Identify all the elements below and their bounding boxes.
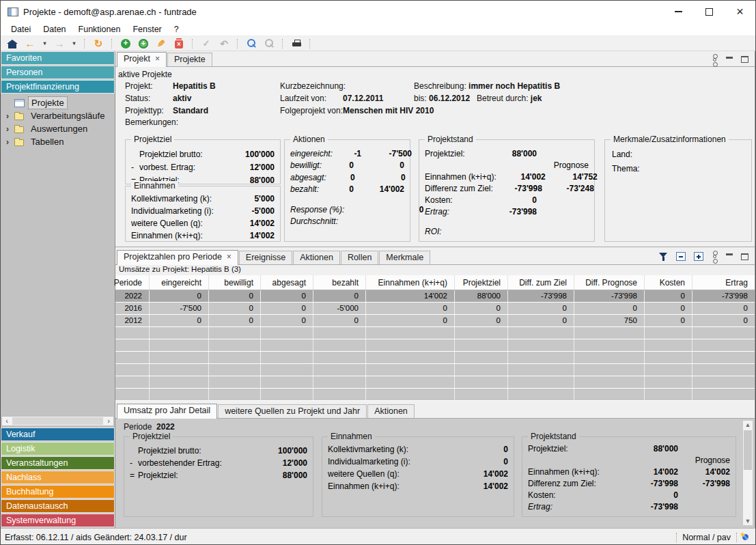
tab[interactable]: Rollen: [341, 251, 378, 264]
panel-maximize-icon[interactable]: [741, 56, 748, 63]
column-header[interactable]: Diff. Prognose: [574, 275, 645, 290]
column-header[interactable]: Kosten: [645, 275, 692, 290]
column-header[interactable]: bezahlt: [313, 275, 366, 290]
menu-item[interactable]: Daten: [37, 25, 72, 34]
panel-maximize-icon[interactable]: [741, 253, 748, 260]
table-row[interactable]: 2016-7'50000-5'000000000: [115, 303, 755, 315]
table-row[interactable]: 2012000000075000: [115, 315, 755, 327]
column-header[interactable]: abgesagt: [261, 275, 313, 290]
panel-minimize-icon[interactable]: [726, 57, 733, 59]
column-header[interactable]: Projektziel: [455, 275, 508, 290]
tree-item[interactable]: Verarbeitungsläufe: [1, 109, 115, 122]
back-button[interactable]: ←: [24, 38, 36, 50]
expand-chevron-icon[interactable]: [6, 126, 14, 132]
column-header[interactable]: Ertrag: [692, 275, 755, 290]
table-row-empty[interactable]: [115, 352, 755, 364]
print-button[interactable]: [290, 38, 303, 50]
sidebar-section-header[interactable]: Favoriten: [1, 51, 115, 65]
collapse-icon[interactable]: [676, 252, 686, 261]
refresh-icon: ↻: [94, 38, 103, 50]
confirm-button[interactable]: ✓: [200, 38, 212, 50]
undo-button[interactable]: ↶: [218, 38, 230, 50]
home-button[interactable]: [6, 38, 18, 50]
search-button[interactable]: [245, 38, 257, 50]
forward-history-button[interactable]: ▾: [71, 38, 77, 50]
sidebar-horizontal-scrollbar[interactable]: ‹ ›: [1, 416, 114, 426]
column-header[interactable]: bewilligt: [209, 275, 261, 290]
expand-icon[interactable]: [694, 252, 703, 261]
settings-gear-icon[interactable]: [742, 534, 748, 540]
tab[interactable]: Aktionen: [293, 251, 340, 264]
sidebar-section-header[interactable]: Veranstaltungen: [1, 456, 115, 470]
tab[interactable]: Ereignisse: [239, 251, 292, 264]
detail-vertical-scrollbar[interactable]: ▲ ▼: [742, 420, 753, 526]
row-count: 0: [326, 173, 355, 182]
scrollbar-thumb[interactable]: [744, 430, 752, 470]
sidebar-section-header[interactable]: Systemverwaltung: [1, 514, 115, 527]
table-row-empty[interactable]: [115, 339, 755, 352]
panel-minimize-icon[interactable]: [726, 253, 733, 255]
tree-item[interactable]: Auswertungen: [1, 122, 115, 135]
column-header[interactable]: eingereicht: [150, 275, 209, 290]
kebab-menu-icon[interactable]: [713, 58, 716, 61]
sidebar-section-header[interactable]: Buchhaltung: [1, 485, 115, 499]
sidebar-section-header[interactable]: Projektfinanzierung: [1, 80, 115, 94]
tab[interactable]: Aktionen: [367, 404, 415, 418]
sidebar-section-header[interactable]: Datenaustausch: [1, 499, 115, 513]
menu-item[interactable]: Funktionen: [72, 25, 127, 34]
sidebar-section-header[interactable]: Logistik: [1, 442, 115, 456]
edit-button[interactable]: ✎: [155, 38, 167, 50]
column-header[interactable]: Diff. zum Ziel: [508, 275, 574, 290]
scroll-up-icon[interactable]: ▲: [743, 421, 753, 428]
menu-item[interactable]: Fenster: [126, 25, 167, 34]
expand-chevron-icon[interactable]: [6, 113, 14, 120]
tab[interactable]: weitere Quellen zu Projekt und Jahr: [218, 404, 367, 418]
table-row[interactable]: 2022000014'00288'000-73'998-73'9980-73'9…: [115, 290, 755, 303]
tab[interactable]: Umsatz pro Jahr Detail: [117, 404, 217, 419]
add-button[interactable]: +: [120, 38, 132, 50]
tab-close-icon[interactable]: [155, 55, 160, 62]
projektstand-row: Differenz zum Ziel:-73'998-73'248: [425, 182, 589, 194]
table-cell: [692, 389, 755, 400]
tree-item[interactable]: Tabellen: [1, 135, 115, 148]
tree-item[interactable]: Projekte: [1, 96, 115, 109]
sidebar-section-header[interactable]: Personen: [1, 66, 115, 79]
sidebar-section-header[interactable]: Nachlass: [1, 471, 115, 484]
maximize-button[interactable]: [694, 1, 725, 23]
periode-label: Periode: [124, 422, 152, 432]
scroll-down-icon[interactable]: ▼: [743, 518, 753, 525]
tab-label: Merkmale: [386, 253, 423, 262]
scroll-right-icon[interactable]: ›: [104, 417, 113, 425]
kebab-menu-icon[interactable]: [713, 255, 716, 258]
filter-icon[interactable]: [659, 252, 668, 261]
table-row-empty[interactable]: [115, 327, 755, 339]
close-button[interactable]: ×: [725, 1, 755, 23]
add-linked-button[interactable]: +: [137, 38, 150, 50]
tab[interactable]: Projekte: [167, 53, 212, 66]
delete-button[interactable]: ×: [173, 38, 185, 50]
column-header[interactable]: Periode: [115, 275, 150, 290]
minimize-button[interactable]: [663, 1, 694, 23]
tab-close-icon[interactable]: [227, 253, 232, 260]
search-secondary-button[interactable]: [263, 38, 275, 50]
column-header[interactable]: Einnahmen (k+i+q): [366, 275, 455, 290]
menu-item[interactable]: Datei: [5, 25, 37, 34]
scroll-left-icon[interactable]: ‹: [2, 417, 12, 425]
projektstand-row: Einnahmen (k+i+q):14'00214'002: [528, 466, 730, 477]
table-cell: [645, 376, 692, 388]
table-cell: [455, 376, 508, 388]
sidebar-section-header[interactable]: Verkauf: [1, 428, 115, 441]
table-row-empty[interactable]: [115, 376, 755, 389]
menu-item[interactable]: ?: [168, 25, 185, 34]
table-row-empty[interactable]: [115, 389, 755, 401]
row-label: Einnahmen (k+i+q):: [425, 172, 496, 182]
refresh-button[interactable]: ↻: [92, 38, 104, 50]
tab[interactable]: Projektzahlen pro Periode: [117, 250, 238, 265]
forward-button[interactable]: →: [53, 38, 66, 50]
tab[interactable]: Projekt: [117, 52, 167, 67]
table-row-empty[interactable]: [115, 364, 755, 376]
expand-chevron-icon[interactable]: [6, 139, 14, 145]
tab[interactable]: Merkmale: [379, 251, 430, 264]
back-history-button[interactable]: ▾: [42, 38, 48, 50]
scrollbar-thumb[interactable]: [12, 417, 103, 425]
